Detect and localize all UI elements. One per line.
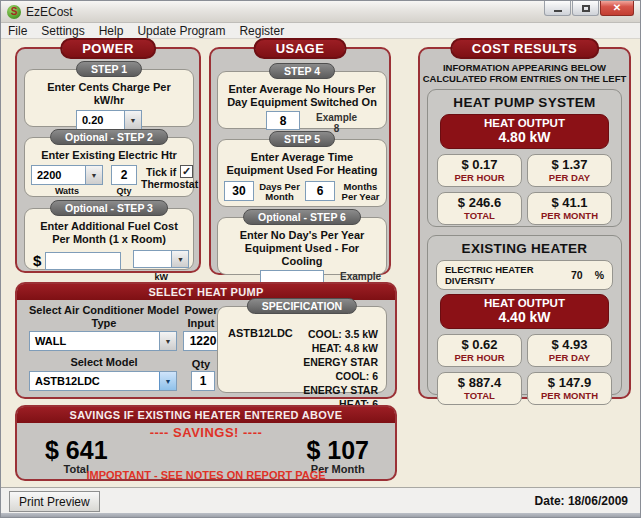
watts-value: 2200 (32, 166, 85, 184)
watts-label: Watts (31, 186, 103, 196)
model-type-value: WALL (30, 332, 159, 350)
chevron-down-icon: ▼ (85, 166, 102, 184)
usage-panel-title: USAGE (254, 38, 347, 59)
usage-panel: USAGE STEP 4 Enter Average No Hours Per … (209, 47, 391, 275)
chevron-down-icon: ▼ (124, 111, 141, 129)
step1-label: Enter Cents Charge Per kW/hr (25, 81, 193, 107)
heater-qty-label: Qty (111, 186, 137, 196)
step5-label: Enter Average Time Equipment Used For He… (218, 151, 386, 177)
heat-output-label: HEAT OUTPUT (441, 117, 608, 129)
days-per-month-input[interactable] (224, 181, 254, 201)
spec-cool: COOL: 3.5 kW (293, 327, 378, 341)
menu-item-file[interactable]: File (1, 24, 34, 38)
fuel-kw-dropdown[interactable]: ▼ (133, 250, 189, 268)
specification-badge: SPECIFICATION (247, 298, 357, 314)
step1-box: STEP 1 Enter Cents Charge Per kW/hr 0.20… (24, 69, 194, 127)
heat-pump-system-title: HEAT PUMP SYSTEM (428, 95, 621, 110)
cost-results-panel: COST RESULTS INFORMATION APPEARING BELOW… (418, 47, 631, 399)
minimize-icon (554, 10, 562, 12)
thermostat-label: Thermostat (141, 179, 198, 189)
model-type-dropdown[interactable]: WALL ▼ (29, 331, 177, 351)
existing-heater-box: EXISTING HEATER ELECTRIC HEATER DIVERSIT… (427, 235, 622, 395)
kw-label: kW (133, 272, 189, 282)
step5-badge: STEP 5 (269, 131, 335, 147)
maximize-button[interactable] (572, 1, 599, 16)
savings-month-value: $ 107 (306, 437, 369, 463)
menu-item-register[interactable]: Register (232, 24, 291, 38)
date-label: Date: 18/06/2009 (535, 494, 628, 508)
heater-qty-input[interactable] (111, 165, 137, 185)
select-model-label: Select Model (25, 356, 183, 369)
diversity-box: ELECTRIC HEATER DIVERSITY 70 % (436, 260, 613, 290)
savings-total-value: $ 641 (45, 437, 108, 463)
result-card: $ 246.6 TOTAL (437, 192, 522, 225)
app-window: S EzECost ✕ File Settings Help Update Pr… (0, 0, 641, 518)
step4-example-label: Example (316, 112, 357, 123)
hours-per-day-input[interactable] (266, 111, 300, 130)
step6-label: Enter No Day's Per Year Equipment Used -… (218, 229, 386, 268)
pump-qty-label: Qty (181, 358, 221, 371)
print-preview-button[interactable]: Print Preview (9, 491, 100, 512)
menu-bar: File Settings Help Update Program Regist… (1, 23, 640, 39)
step4-box: STEP 4 Enter Average No Hours Per Day Eq… (217, 71, 387, 129)
diversity-unit: % (595, 269, 604, 281)
title-bar: S EzECost ✕ (1, 1, 640, 23)
chevron-down-icon: ▼ (159, 332, 176, 350)
minimize-button[interactable] (544, 1, 571, 16)
step5-box: STEP 5 Enter Average Time Equipment Used… (217, 139, 387, 207)
step6-box: Optional - STEP 6 Enter No Day's Per Yea… (217, 217, 387, 275)
fuel-cost-input[interactable] (45, 252, 121, 270)
spec-heat: HEAT: 4.8 kW (293, 341, 378, 355)
step3-box: Optional - STEP 3 Enter Additional Fuel … (24, 208, 194, 270)
thermostat-checkbox[interactable]: ✓ (180, 165, 193, 178)
result-card: $ 0.17 PER HOUR (437, 154, 522, 187)
pump-qty-input[interactable] (191, 371, 215, 391)
result-card: $ 887.4 TOTAL (437, 372, 522, 405)
info-line2: CALCULATED FROM ENTRIES ON THE LEFT (420, 73, 629, 84)
select-model-dropdown[interactable]: ASTB12LDC ▼ (29, 371, 177, 391)
months-per-year-input[interactable] (305, 181, 335, 201)
savings-section: SAVINGS IF EXISTING HEATER ENTERED ABOVE… (15, 405, 397, 481)
check-icon: ✓ (182, 166, 191, 177)
step4-badge: STEP 4 (269, 63, 335, 79)
info-line1: INFORMATION APPEARING BELOW (420, 62, 629, 73)
step1-badge: STEP 1 (76, 61, 142, 77)
step3-badge: Optional - STEP 3 (50, 200, 168, 216)
window-controls: ✕ (543, 1, 634, 16)
heat-output-value: 4.80 kW (441, 129, 608, 145)
cost-results-title: COST RESULTS (450, 38, 599, 59)
cents-charge-value: 0.20 (77, 111, 124, 129)
status-bar: Print Preview Date: 18/06/2009 (1, 487, 640, 513)
result-card: $ 0.62 PER HOUR (437, 334, 522, 367)
window-title: EzECost (26, 5, 73, 19)
diversity-value: 70 (571, 269, 583, 281)
cents-charge-dropdown[interactable]: 0.20 ▼ (76, 110, 142, 130)
step6-example-label: Example (340, 271, 381, 282)
select-model-value: ASTB12LDC (30, 372, 159, 390)
watts-dropdown[interactable]: 2200 ▼ (31, 165, 103, 185)
menu-item-help[interactable]: Help (92, 24, 131, 38)
existing-heater-title: EXISTING HEATER (428, 241, 621, 256)
result-card: $ 1.37 PER DAY (527, 154, 612, 187)
existing-heater-output-box: HEAT OUTPUT 4.40 kW (440, 294, 609, 329)
result-card: $ 147.9 PER MONTH (527, 372, 612, 405)
diversity-label: ELECTRIC HEATER DIVERSITY (445, 264, 571, 286)
step2-badge: Optional - STEP 2 (50, 129, 168, 145)
step3-label: Enter Additional Fuel Cost Per Month (1 … (25, 220, 193, 246)
days-per-month-label: Days Per Month (258, 182, 301, 202)
menu-item-settings[interactable]: Settings (34, 24, 91, 38)
savings-title: SAVINGS IF EXISTING HEATER ENTERED ABOVE (17, 407, 395, 423)
heat-output-value: 4.40 kW (441, 309, 608, 325)
power-panel: POWER STEP 1 Enter Cents Charge Per kW/h… (15, 47, 201, 273)
tick-if-label: Tick if (146, 166, 176, 178)
currency-label: $ (33, 252, 41, 269)
window-frame (1, 513, 640, 518)
savings-note: IMPORTANT - SEE NOTES ON REPORT PAGE (17, 469, 395, 481)
close-icon: ✕ (613, 3, 621, 13)
result-card: $ 4.93 PER DAY (527, 334, 612, 367)
close-button[interactable]: ✕ (600, 1, 634, 16)
maximize-icon (582, 5, 590, 12)
step6-badge: Optional - STEP 6 (243, 209, 361, 225)
menu-item-update-program[interactable]: Update Program (130, 24, 232, 38)
spec-energy-star-cool: ENERGY STAR COOL: 6 (293, 355, 378, 383)
